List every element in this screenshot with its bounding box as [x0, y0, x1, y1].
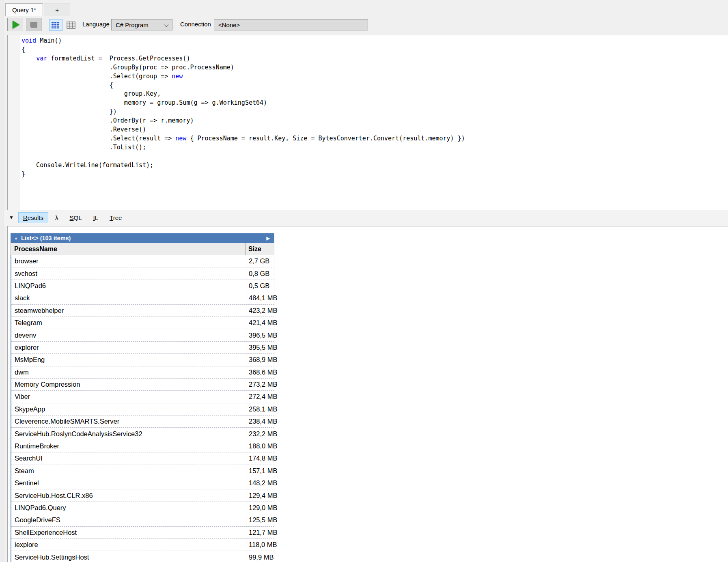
code-line: .OrderBy(r => r.memory) — [22, 116, 465, 125]
connection-label: Connection — [180, 21, 211, 28]
collapse-results-icon[interactable]: ▼ — [9, 215, 14, 220]
process-name-cell: svchost — [11, 267, 246, 279]
linqpad-window: Query 1* + — [0, 0, 728, 562]
table-row: LINQPad60,5 GB — [11, 280, 274, 292]
process-name-cell: LINQPad6.Query — [11, 502, 246, 514]
code-line: .Select(result => new { ProcessName = re… — [22, 134, 465, 143]
process-name-cell: slack — [11, 292, 246, 304]
process-name-cell: ShellExperienceHost — [11, 527, 246, 538]
code-line: }) — [22, 108, 465, 116]
code-line: void Main() — [22, 37, 465, 45]
table-row: Cleverence.MobileSMARTS.Server238,4 MB — [11, 416, 274, 428]
table-title: List<> (103 items) — [21, 235, 71, 241]
results-panel: ▲ List<> (103 items) ▶ ProcessName Size … — [7, 226, 728, 562]
language-label: Language — [82, 21, 110, 28]
results-tab-tree[interactable]: Tree — [105, 213, 126, 223]
grid-results-button[interactable] — [64, 19, 78, 31]
table-row: GoogleDriveFS125,5 MB — [11, 514, 274, 526]
code-line: group.Key, — [22, 90, 465, 99]
size-cell: 368,6 MB — [246, 366, 274, 378]
table-titlebar[interactable]: ▲ List<> (103 items) ▶ — [11, 233, 274, 243]
size-cell: 421,4 MB — [246, 317, 274, 329]
size-cell: 2,7 GB — [246, 255, 274, 267]
results-tab-sql[interactable]: SQL — [65, 213, 86, 223]
richtext-results-icon — [52, 22, 60, 29]
process-name-cell: SearchUI — [11, 452, 246, 464]
table-row: slack484,1 MB — [11, 292, 274, 304]
code-line: memory = group.Sum(g => g.WorkingSet64) — [22, 99, 465, 108]
table-column-headers: ProcessName Size — [11, 243, 274, 255]
code-line: Console.WriteLine(formatedList); — [22, 161, 465, 170]
size-cell: 188,0 MB — [246, 440, 274, 452]
process-name-cell: ServiceHub.RoslynCodeAnalysisService32 — [11, 428, 246, 439]
toolbar: Language C# Program Connection <None> — [0, 16, 728, 34]
size-cell: 484,1 MB — [246, 292, 274, 304]
new-query-tab-button[interactable]: + — [44, 3, 70, 16]
size-cell: 232,2 MB — [246, 428, 274, 439]
code-line: { — [22, 45, 465, 54]
size-cell: 258,1 MB — [246, 403, 274, 415]
sort-ascending-icon: ▲ — [14, 236, 18, 240]
table-row: Steam157,1 MB — [11, 465, 274, 477]
table-row: SkypeApp258,1 MB — [11, 403, 274, 416]
process-name-cell: steamwebhelper — [11, 305, 246, 317]
size-cell: 118,0 MB — [246, 539, 274, 551]
table-row: LINQPad6.Query129,0 MB — [11, 502, 274, 514]
connection-select[interactable]: <None> — [214, 19, 368, 30]
results-tab-il[interactable]: IL — [89, 213, 103, 223]
process-name-cell: GoogleDriveFS — [11, 514, 246, 526]
window-left-edge — [0, 0, 4, 562]
table-row: browser2,7 GB — [11, 255, 274, 267]
size-cell: 368,9 MB — [246, 354, 274, 366]
results-tab-strip: ▼ ResultsλSQLILTree — [4, 210, 728, 226]
column-header-processname[interactable]: ProcessName — [11, 243, 246, 255]
column-header-size[interactable]: Size — [246, 243, 274, 255]
process-name-cell: Cleverence.MobileSMARTS.Server — [11, 416, 246, 427]
table-row: steamwebhelper423,2 MB — [11, 305, 274, 317]
code-line — [22, 152, 465, 161]
results-tabbar: ResultsλSQLILTree — [18, 212, 129, 223]
process-name-cell: LINQPad6 — [11, 280, 246, 292]
stop-button[interactable] — [26, 18, 42, 31]
table-row: Telegram421,4 MB — [11, 317, 274, 329]
table-row: svchost0,8 GB — [11, 267, 274, 280]
process-name-cell: Sentinel — [11, 477, 246, 489]
grid-results-icon — [67, 22, 75, 29]
table-row: MsMpEng368,9 MB — [11, 354, 274, 366]
table-row: explorer395,5 MB — [11, 342, 274, 354]
richtext-results-button[interactable] — [49, 19, 62, 31]
query-tabbar: Query 1* + — [5, 3, 70, 16]
table-row: Sentinel148,2 MB — [11, 477, 274, 489]
process-name-cell: devenv — [11, 329, 246, 341]
size-cell: 272,4 MB — [246, 391, 274, 403]
size-cell: 423,2 MB — [246, 305, 274, 317]
size-cell: 99,9 MB — [246, 551, 274, 562]
code-line: } — [22, 170, 465, 179]
table-row: SearchUI174,8 MB — [11, 452, 274, 465]
process-name-cell: dwm — [11, 366, 246, 378]
chevron-down-icon — [164, 22, 168, 27]
size-cell: 157,1 MB — [246, 465, 274, 477]
results-tab-x[interactable]: λ — [51, 213, 63, 223]
query-tab[interactable]: Query 1* — [5, 3, 43, 16]
execute-button[interactable] — [7, 18, 23, 31]
process-name-cell: browser — [11, 255, 246, 267]
size-cell: 395,5 MB — [246, 342, 274, 353]
table-row: devenv396,5 MB — [11, 329, 274, 341]
code-editor[interactable]: void Main(){ var formatedList = Process.… — [7, 35, 728, 210]
code-line: .ToList(); — [22, 143, 465, 152]
code-line: { — [22, 81, 465, 90]
query-tab-label: Query 1* — [12, 6, 36, 13]
process-name-cell: Telegram — [11, 317, 246, 329]
process-name-cell: ServiceHub.SettingsHost — [11, 551, 246, 562]
language-value: C# Program — [116, 22, 149, 28]
language-select[interactable]: C# Program — [111, 19, 172, 30]
table-row: dwm368,6 MB — [11, 366, 274, 379]
size-cell: 396,5 MB — [246, 329, 274, 341]
size-cell: 121,7 MB — [246, 527, 274, 538]
table-row: iexplore118,0 MB — [11, 539, 274, 551]
process-name-cell: MsMpEng — [11, 354, 246, 366]
expand-columns-icon[interactable]: ▶ — [267, 236, 270, 241]
size-cell: 148,2 MB — [246, 477, 274, 489]
results-tab-results[interactable]: Results — [18, 212, 48, 223]
